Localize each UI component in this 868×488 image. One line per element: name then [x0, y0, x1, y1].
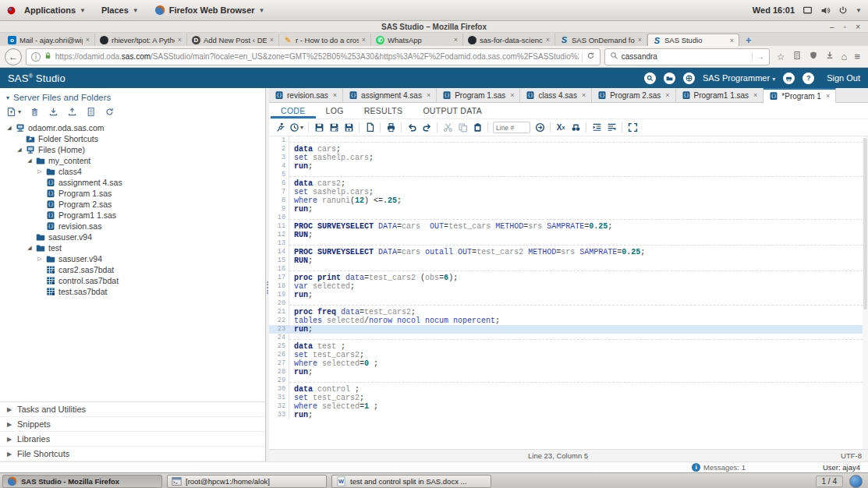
browser-tab[interactable]: rhiever/tpot: A Pytho...× — [95, 34, 187, 46]
downloads-icon[interactable] — [825, 51, 834, 62]
browser-tab[interactable]: oMail - ajay.ohri@wipr...× — [3, 34, 95, 46]
server-files-section-header[interactable]: ▾ Server Files and Folders — [0, 88, 265, 104]
applications-menu[interactable]: Applications▼ — [16, 0, 94, 20]
header-apps-icon[interactable] — [683, 72, 695, 84]
tab-close-icon[interactable]: × — [270, 36, 274, 44]
browser-tab[interactable]: SSAS OnDemand for A...× — [555, 34, 647, 46]
tree-item[interactable]: ▷class4 — [0, 166, 265, 177]
code-line[interactable]: 10 — [269, 214, 868, 222]
code-line[interactable]: 28run; — [269, 368, 868, 377]
tab-close-icon[interactable]: × — [427, 91, 430, 99]
new-item-icon[interactable]: ▾ — [6, 107, 21, 117]
code-line[interactable]: 8where ranuni(12) <=.25; — [269, 196, 868, 205]
code-line[interactable]: 26set test_cars2; — [269, 351, 868, 359]
maximize-button[interactable]: ▫ — [844, 23, 847, 31]
tree-expander-icon[interactable]: ◢ — [6, 125, 12, 131]
redo-button[interactable] — [421, 122, 432, 133]
new-tab-button[interactable]: + — [739, 34, 758, 46]
display-icon[interactable] — [802, 5, 813, 16]
indent-button[interactable] — [591, 122, 602, 133]
browser-tab[interactable]: SSAS Studio× — [647, 34, 739, 46]
tab-close-icon[interactable]: × — [582, 91, 586, 99]
tab-close-icon[interactable]: × — [510, 91, 514, 99]
code-line[interactable]: 25data test ; — [269, 342, 868, 351]
tree-item[interactable]: Folder Shortcuts — [0, 133, 265, 144]
code-line[interactable]: 33run; — [269, 411, 868, 419]
tree-item[interactable]: {}Program1 1.sas — [0, 210, 265, 221]
refresh-icon[interactable] — [105, 107, 115, 117]
delete-icon[interactable] — [30, 107, 40, 117]
tree-item[interactable]: cars2.sas7bdat — [0, 264, 265, 275]
upload-icon[interactable] — [67, 107, 77, 117]
code-line[interactable]: 15RUN; — [269, 256, 868, 265]
code-line[interactable]: 22tables selected/norow nocol nocum nope… — [269, 316, 868, 325]
editor-tab[interactable]: {}Program 2.sas× — [592, 88, 675, 102]
editor-tab[interactable]: {}*Program 1× — [763, 88, 836, 103]
firefox-app-menu[interactable]: Firefox Web Browser▼ — [147, 0, 273, 20]
sidebar-section-libraries[interactable]: ▶Libraries — [0, 432, 265, 447]
cut-button[interactable] — [442, 122, 453, 133]
tree-expander-icon[interactable]: ▷ — [37, 168, 43, 175]
view-tab-output-data[interactable]: OUTPUT DATA — [413, 103, 492, 118]
tree-expander-icon[interactable]: ◢ — [27, 157, 33, 164]
tree-item[interactable]: test.sas7bdat — [0, 286, 265, 297]
tree-item[interactable]: {}revision.sas — [0, 221, 265, 232]
tab-close-icon[interactable]: × — [362, 36, 366, 44]
browser-tab[interactable]: sas-for-data-science/...× — [463, 34, 555, 46]
properties-icon[interactable] — [86, 107, 96, 117]
code-line[interactable]: 1 — [269, 136, 868, 145]
tree-item[interactable]: sasuser.v94 — [0, 232, 265, 242]
browser-tab[interactable]: ✆WhatsApp× — [371, 34, 463, 46]
editor-tab[interactable]: {}revision.sas× — [269, 88, 343, 102]
editor-tab[interactable]: {}assignment 4.sas× — [343, 88, 437, 102]
code-line[interactable]: 29 — [269, 377, 868, 385]
tree-item[interactable]: control.sas7bdat — [0, 275, 265, 286]
tab-close-icon[interactable]: × — [753, 91, 757, 99]
editor-tab[interactable]: {}class 4.sas× — [520, 88, 592, 102]
code-editor[interactable]: 12data cars;3set sashelp.cars;4run;56dat… — [269, 136, 868, 449]
format-button[interactable] — [606, 122, 617, 133]
view-tab-results[interactable]: RESULTS — [354, 103, 413, 118]
code-line[interactable]: 14PROC SURVEYSELECT DATA=cars outall OUT… — [269, 248, 868, 256]
chevron-down-icon[interactable]: ▼ — [856, 7, 862, 14]
code-line[interactable]: 27where selected=0 ; — [269, 359, 868, 368]
search-input[interactable]: cassandra → — [604, 48, 770, 65]
tree-item[interactable]: ◢test — [0, 242, 265, 253]
messages-info-icon[interactable]: i — [692, 463, 700, 472]
run-button[interactable] — [275, 122, 285, 133]
home-icon[interactable]: ⌂ — [841, 51, 848, 62]
code-line[interactable]: 31set test_cars2; — [269, 394, 868, 402]
save-as-button[interactable] — [328, 122, 339, 133]
code-line[interactable]: 11PROC SURVEYSELECT DATA=cars OUT=test_c… — [269, 222, 868, 231]
tab-close-icon[interactable]: × — [638, 36, 642, 44]
taskbar-item[interactable]: [root@hpcw1:/home/alok] — [167, 475, 327, 488]
code-line[interactable]: 21proc freq data=test_cars2; — [269, 308, 868, 316]
tree-item[interactable]: {}assignment 4.sas — [0, 177, 265, 188]
menu-hamburger-icon[interactable]: ≡ — [854, 51, 860, 62]
code-line[interactable]: 12RUN; — [269, 231, 868, 239]
minimize-button[interactable]: – — [830, 23, 834, 31]
bookmarks-menu-icon[interactable] — [792, 51, 802, 62]
sign-out-button[interactable]: Sign Out — [827, 73, 860, 83]
tree-item[interactable]: ▷sasuser.v94 — [0, 253, 265, 264]
code-line[interactable]: 30data control ; — [269, 385, 868, 394]
code-line[interactable]: 4run; — [269, 162, 868, 171]
save-all-button[interactable] — [343, 122, 354, 133]
editor-tab[interactable]: {}Program 1.sas× — [437, 88, 520, 102]
tab-close-icon[interactable]: × — [730, 37, 734, 44]
taskbar-item[interactable]: Wtest and control split in SAS.docx ... — [331, 475, 491, 488]
header-folder-icon[interactable] — [664, 72, 675, 84]
workspace-switcher-icon[interactable] — [849, 475, 863, 488]
code-line[interactable]: 5 — [269, 171, 868, 179]
clock[interactable]: Wed 16:01 — [753, 5, 795, 15]
editor-tab[interactable]: {}Program1 1.sas× — [676, 88, 764, 102]
tree-item[interactable]: ◢my_content — [0, 155, 265, 166]
tree-expander-icon[interactable]: ◢ — [27, 245, 33, 251]
user-role-menu[interactable]: SAS Programmer ▾ — [703, 73, 775, 83]
close-button[interactable]: × — [856, 23, 860, 31]
browser-tab[interactable]: ✎r - How to do a cross...× — [279, 34, 371, 46]
sidebar-section-file-shortcuts[interactable]: ▶File Shortcuts — [0, 447, 265, 461]
info-icon[interactable]: i — [31, 52, 41, 62]
scrollbar-thumb[interactable] — [863, 138, 867, 309]
bookmark-star-icon[interactable]: ☆ — [777, 51, 785, 62]
